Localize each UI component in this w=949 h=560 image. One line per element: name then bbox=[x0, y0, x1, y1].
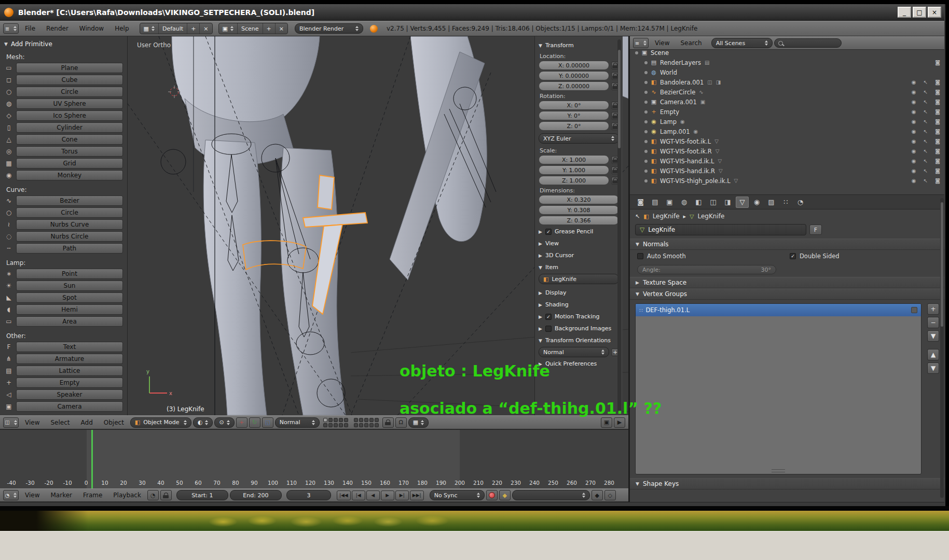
timeline-view-menu[interactable]: View bbox=[20, 491, 44, 500]
expand-toggle[interactable] bbox=[644, 101, 648, 104]
viewport-3d[interactable]: x y User Ortho (3) LegKnife ▼ Transform … bbox=[128, 36, 628, 415]
rotation-y-field[interactable]: Y: 0° bbox=[539, 111, 609, 120]
shading-panel-header[interactable]: ▶ Shading bbox=[539, 299, 619, 310]
tab-render-icon[interactable]: ◙ bbox=[634, 197, 647, 208]
hide-icon[interactable]: ◉ bbox=[909, 158, 918, 164]
move-vertex-group-down-button[interactable]: ▼ bbox=[927, 362, 939, 374]
scene-selector[interactable]: ▣ Scene + × bbox=[218, 23, 288, 34]
maximize-button[interactable]: □ bbox=[913, 7, 926, 18]
view-panel-header[interactable]: ▶ View bbox=[539, 238, 619, 249]
expand-toggle[interactable] bbox=[644, 150, 648, 153]
add-cylinder-button[interactable]: Cylinder bbox=[16, 122, 123, 133]
lock-icon[interactable] bbox=[911, 307, 917, 313]
editor-type-info-icon[interactable]: ≣ bbox=[3, 23, 19, 34]
tab-data-icon[interactable]: ▽ bbox=[736, 197, 749, 208]
hide-icon[interactable]: ◉ bbox=[909, 129, 918, 134]
render-restrict-icon[interactable]: ◙ bbox=[933, 99, 942, 105]
layer-dot[interactable] bbox=[364, 418, 368, 422]
add-sun-button[interactable]: Sun bbox=[16, 281, 123, 291]
scale-y-field[interactable]: Y: 1.000 bbox=[539, 165, 609, 175]
selectable-icon[interactable]: ↖ bbox=[921, 138, 930, 144]
editor-type-3dview-icon[interactable]: ◫ bbox=[3, 417, 19, 428]
layer-dot[interactable] bbox=[323, 423, 327, 427]
snap-magnet-icon[interactable]: Ω bbox=[395, 417, 407, 428]
add-text-button[interactable]: Text bbox=[16, 342, 123, 352]
rotation-x-field[interactable]: X: 0° bbox=[539, 101, 609, 110]
render-restrict-icon[interactable]: ◙ bbox=[933, 60, 942, 65]
add-primitive-panel-header[interactable]: ▼ Add Primitive bbox=[4, 40, 123, 48]
transform-panel-header[interactable]: ▼ Transform bbox=[539, 40, 619, 51]
layer-dot[interactable] bbox=[344, 423, 348, 427]
dimensions-y-field[interactable]: Y: 0.308 bbox=[539, 205, 619, 215]
render-restrict-icon[interactable]: ◙ bbox=[933, 109, 942, 115]
layer-dot[interactable] bbox=[339, 423, 343, 427]
item-panel-header[interactable]: ▼ Item bbox=[539, 262, 619, 273]
3d-cursor-panel-header[interactable]: ▶ 3D Cursor bbox=[539, 250, 619, 261]
outliner-row-lamp[interactable]: ◉Lamp◉◉↖◙ bbox=[635, 117, 942, 127]
insert-keyframe-icon[interactable]: ◆ bbox=[592, 490, 603, 500]
add-grid-button[interactable]: Grid bbox=[16, 158, 123, 169]
translate-manipulator-icon[interactable]: + bbox=[236, 417, 247, 428]
delete-keyframe-icon[interactable]: ◇ bbox=[604, 490, 616, 500]
add-scene-button[interactable]: + bbox=[263, 23, 275, 34]
layer-dot[interactable] bbox=[375, 423, 379, 427]
add-layout-button[interactable]: + bbox=[187, 23, 199, 34]
expand-toggle[interactable] bbox=[635, 51, 638, 54]
tab-scene-icon[interactable]: ▣ bbox=[663, 197, 676, 208]
opengl-render-icon[interactable]: ▣ bbox=[601, 417, 612, 428]
outliner-search-menu[interactable]: Search bbox=[676, 38, 706, 48]
outliner-row-lamp-001[interactable]: ◉Lamp.001◉◉↖◙ bbox=[635, 127, 942, 136]
layer-dot[interactable] bbox=[359, 418, 363, 422]
jump-first-button[interactable]: |◀◀ bbox=[337, 491, 351, 500]
hide-icon[interactable]: ◉ bbox=[909, 99, 918, 105]
expand-toggle[interactable] bbox=[644, 110, 648, 114]
expand-toggle[interactable] bbox=[644, 91, 648, 94]
tab-world-icon[interactable]: ◍ bbox=[678, 197, 691, 208]
add-speaker-button[interactable]: Speaker bbox=[16, 389, 123, 400]
expand-toggle[interactable] bbox=[644, 170, 648, 173]
keying-set-dropdown[interactable] bbox=[512, 490, 590, 500]
window-menu[interactable]: Window bbox=[75, 24, 108, 33]
add-plane-button[interactable]: Plane bbox=[16, 63, 123, 73]
help-menu[interactable]: Help bbox=[110, 24, 133, 33]
location-z-field[interactable]: Z: 0.00000 bbox=[539, 81, 609, 91]
close-button[interactable]: × bbox=[928, 7, 941, 18]
delete-layout-button[interactable]: × bbox=[199, 23, 212, 34]
expand-toggle[interactable] bbox=[644, 120, 648, 123]
quick-preferences-panel-header[interactable]: ▶ Quick Preferences bbox=[539, 358, 619, 369]
render-restrict-icon[interactable]: ◙ bbox=[933, 178, 942, 184]
delete-scene-button[interactable]: × bbox=[275, 23, 287, 34]
layer-dot[interactable] bbox=[354, 423, 358, 427]
add-torus-button[interactable]: Torus bbox=[16, 146, 123, 157]
outliner-row-beziercircle[interactable]: ∿BezierCircle∿◉↖◙ bbox=[635, 87, 942, 97]
rotation-z-field[interactable]: Z: 0° bbox=[539, 121, 609, 131]
dimensions-x-field[interactable]: X: 0.320 bbox=[539, 195, 619, 204]
selectable-icon[interactable]: ↖ bbox=[921, 89, 930, 95]
hide-icon[interactable]: ◉ bbox=[909, 148, 918, 154]
fake-user-button[interactable]: F bbox=[809, 225, 822, 235]
layer-dot[interactable] bbox=[369, 418, 374, 422]
shading-dropdown[interactable]: ◐ bbox=[193, 417, 213, 428]
breadcrumb-data-name[interactable]: LegKnife bbox=[698, 213, 725, 220]
add-point-button[interactable]: Point bbox=[16, 269, 123, 279]
file-menu[interactable]: File bbox=[20, 24, 40, 33]
use-preview-range-icon[interactable]: ◔ bbox=[147, 490, 159, 500]
outliner-search-input[interactable] bbox=[774, 38, 842, 48]
add-circle-button[interactable]: Circle bbox=[16, 87, 123, 97]
hide-icon[interactable]: ◉ bbox=[909, 178, 918, 184]
layer-dot[interactable] bbox=[364, 423, 368, 427]
grease-pencil-panel-header[interactable]: ▶ ✓ Grease Pencil bbox=[539, 226, 619, 237]
vertex-group-item[interactable]: ∷ DEF-thigh.01.L bbox=[636, 304, 921, 316]
expand-toggle[interactable] bbox=[644, 61, 648, 64]
timeline-strip[interactable]: -40-30-20-100102030405060708090100110120… bbox=[0, 429, 628, 488]
layer-dot[interactable] bbox=[359, 423, 363, 427]
outliner-row-camera-001[interactable]: ▣Camera.001▣◉↖◙ bbox=[635, 97, 942, 107]
taskbar[interactable] bbox=[0, 531, 949, 560]
vertex-group-list[interactable]: ∷ DEF-thigh.01.L bbox=[635, 303, 922, 474]
view-menu[interactable]: View bbox=[20, 418, 44, 427]
editor-type-outliner-icon[interactable]: ≡ bbox=[633, 38, 649, 48]
layer-dot[interactable] bbox=[328, 418, 333, 422]
hide-icon[interactable]: ◉ bbox=[909, 89, 918, 95]
tab-physics-icon[interactable]: ◔ bbox=[794, 197, 807, 208]
properties-scrollbar[interactable] bbox=[940, 198, 944, 498]
